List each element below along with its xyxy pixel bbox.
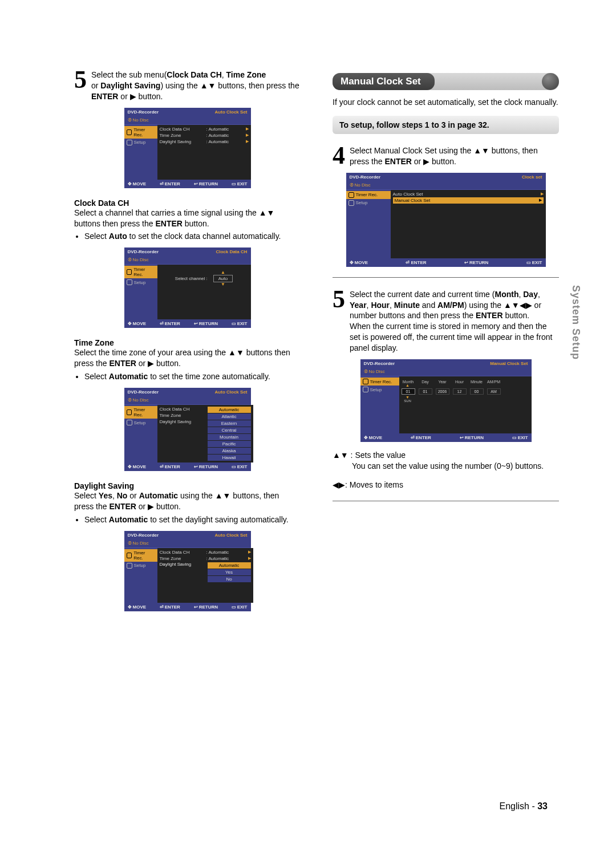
osd-side-timer: Timer Rec. <box>360 378 399 386</box>
t: : Moves to items <box>345 480 403 489</box>
t: MOVE <box>133 604 147 610</box>
osd-sidebar: Timer Rec. Setup <box>360 376 399 433</box>
osd-subtitle: No Disc <box>124 116 251 125</box>
t: When the current time is stored in memor… <box>350 322 552 352</box>
t: button. <box>154 502 181 511</box>
osd-title: DVD-Recorder Auto Clock Set <box>124 388 251 396</box>
t: Clock Data CH <box>167 70 221 79</box>
t: ENTER <box>109 502 136 511</box>
follow-steps-bar: To setup, follow steps 1 to 3 in page 32… <box>333 116 559 134</box>
osd-side-setup: Setup <box>124 278 157 286</box>
osd-title-left: DVD-Recorder <box>128 109 159 115</box>
t: ENTER <box>416 435 431 440</box>
osd-row-active: Manual Clock Set▶ <box>393 197 544 204</box>
osd-title: DVD-Recorder Auto Clock Set <box>124 531 251 539</box>
t: buttons, then press the <box>216 81 299 90</box>
move-icon: ✥ <box>128 604 132 610</box>
t: RETURN <box>199 604 218 610</box>
page-footer: English - 33 <box>500 801 548 812</box>
t: Time Zone <box>160 133 204 138</box>
return-icon: ↩ <box>194 181 198 186</box>
option: No <box>208 576 251 582</box>
up-down-icon: ▲▼ <box>228 348 244 357</box>
t: ) using the <box>464 301 504 310</box>
t: to set the time zone automatically. <box>148 372 270 381</box>
intro-text: If your clock cannot be set automaticall… <box>333 97 559 108</box>
t: Select the current date and current time… <box>350 290 495 299</box>
osd-side-timer: Timer Rec. <box>346 191 391 199</box>
option-active: Automatic <box>208 562 251 569</box>
t: button. <box>136 92 163 101</box>
option: Central <box>208 427 251 433</box>
right-icon: ▶ <box>246 127 249 131</box>
t: Setup <box>134 140 146 145</box>
exit-icon: ▭ <box>232 321 236 326</box>
t: ENTER <box>411 260 426 265</box>
timer-icon <box>363 379 368 384</box>
t: Auto Clock Set <box>393 192 538 197</box>
osd-subtitle: No Disc <box>346 181 546 190</box>
t: EXIT <box>237 181 248 186</box>
field-year: 2006 <box>436 388 449 395</box>
subheading-clock-data-ch: Clock Data CH <box>74 198 301 208</box>
foot-move: ✥MOVE <box>128 181 147 186</box>
left-right-icon: ◀▶ <box>333 480 345 489</box>
t: button. <box>503 311 530 320</box>
header-ball-icon <box>542 73 559 90</box>
t: , <box>112 491 117 500</box>
subheading-time-zone: Time Zone <box>74 338 301 347</box>
t: Timer Rec. <box>356 192 378 197</box>
option: Yes <box>208 569 251 575</box>
osd-row: Clock Data CH: Automatic▶ <box>160 126 249 132</box>
osd-title-right: Auto Clock Set <box>215 109 248 115</box>
osd-clock-data-ch: DVD-Recorder Clock Data CH No Disc Timer… <box>124 247 251 328</box>
t: ENTER <box>165 604 180 610</box>
osd-clock-set: DVD-Recorder Clock set No Disc Timer Rec… <box>346 173 546 267</box>
step-number: 5 <box>333 288 345 311</box>
t: button. <box>154 359 181 368</box>
t: Select the sub menu( <box>91 70 167 79</box>
separator <box>333 501 559 501</box>
note-2: ◀▶: Moves to items <box>333 480 559 490</box>
t: Daylight Saving <box>160 562 204 583</box>
up-down-icon: ▲▼ <box>333 451 348 460</box>
bullet-list: Select Automatic to set the daylight sav… <box>74 514 301 525</box>
t: You can set the value using the number (… <box>333 461 544 472</box>
osd-title: DVD-Recorder Clock set <box>346 173 546 181</box>
t: MOVE <box>369 435 383 440</box>
bullet-list: Select Auto to set the clock data channe… <box>74 231 301 242</box>
up-icon: ▲ <box>213 270 233 275</box>
t: MOVE <box>133 181 147 186</box>
field-month: 01 <box>402 388 415 395</box>
t: or <box>412 157 423 166</box>
move-icon: ✥ <box>128 321 132 326</box>
t: ENTER <box>165 181 180 186</box>
body-text: Select a channel that carries a time sig… <box>74 208 301 229</box>
t: Minute <box>394 301 420 310</box>
osd-row: Auto Clock Set▶ <box>393 191 544 197</box>
osd-title: DVD-Recorder Clock Data CH <box>124 247 251 256</box>
t: DVD-Recorder <box>128 249 159 254</box>
footer-language: English - <box>500 801 538 811</box>
separator <box>333 277 559 278</box>
t: Timer Rec. <box>133 267 155 277</box>
right-icon: ▶ <box>541 192 544 196</box>
t: Time Zone <box>160 556 204 561</box>
t: ENTER <box>91 92 118 101</box>
timer-icon <box>127 553 132 558</box>
t: button. <box>429 157 456 166</box>
t: Clock Data CH <box>160 127 204 132</box>
return-icon: ↩ <box>194 464 198 469</box>
osd-footer: ✥MOVE ⏎ENTER ↩RETURN ▭EXIT <box>360 433 532 442</box>
t: Manual Clock Set <box>395 198 537 203</box>
t: Auto <box>109 232 127 241</box>
t: Select <box>84 232 109 241</box>
t: Auto Clock Set <box>215 533 248 538</box>
option: Eastern <box>208 420 251 427</box>
footer-page-number: 33 <box>537 801 548 811</box>
t: , <box>222 70 226 79</box>
body-text: Select the time zone of your area using … <box>74 347 301 369</box>
osd-main: Clock Data CH: Automatic▶ Time Zone: Aut… <box>157 125 251 180</box>
enter-icon: ⏎ <box>160 321 164 326</box>
t: to set the clock data channel automatica… <box>127 232 281 241</box>
